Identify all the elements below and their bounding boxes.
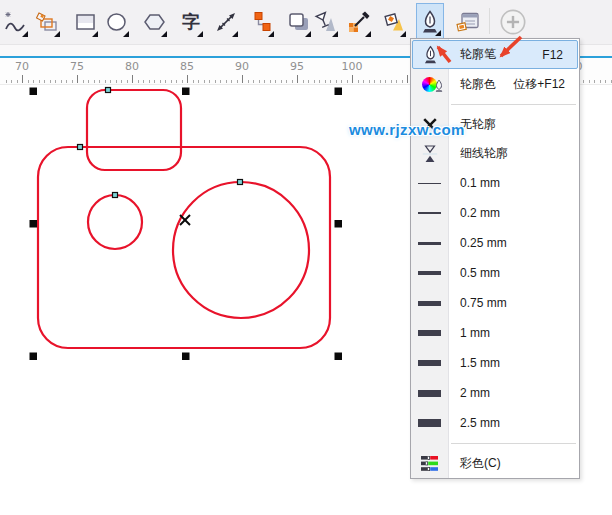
line-sample-icon xyxy=(411,330,448,336)
dimension-tool[interactable] xyxy=(212,3,240,40)
menu-item-w-0-75[interactable]: 0.75 mm xyxy=(411,288,579,318)
line-width-sample xyxy=(418,360,441,366)
transparency-icon xyxy=(314,10,338,34)
menu-item-outline-pen[interactable]: 轮廓笔F12 xyxy=(412,40,578,69)
fill-dialog-icon xyxy=(455,10,481,34)
camera-body[interactable] xyxy=(38,147,330,348)
fill-tool[interactable] xyxy=(380,3,408,40)
eyedropper-tool[interactable] xyxy=(345,3,373,40)
outline-flyout-menu: 轮廓笔F12轮廓色位移+F12无轮廓细线轮廓0.1 mm0.2 mm0.25 m… xyxy=(410,38,580,479)
menu-item-hairline[interactable]: 细线轮廓 xyxy=(411,139,579,168)
selection-handle[interactable] xyxy=(335,220,343,228)
menu-item-shortcut: 位移+F12 xyxy=(513,76,579,93)
selection-center-mark[interactable] xyxy=(180,215,190,225)
flyout-triangle-icon xyxy=(435,30,441,36)
selection-handle[interactable] xyxy=(30,88,38,96)
polygon-icon xyxy=(143,10,167,34)
menu-item-w-2-5[interactable]: 2.5 mm xyxy=(411,408,579,438)
line-sample-icon xyxy=(411,360,448,366)
flyout-triangle-icon xyxy=(92,31,98,37)
selection-handle[interactable] xyxy=(30,353,38,361)
menu-item-w-2[interactable]: 2 mm xyxy=(411,378,579,408)
menu-item-outline-color[interactable]: 轮廓色位移+F12 xyxy=(411,70,579,99)
menu-separator xyxy=(411,99,579,110)
connector-tool[interactable] xyxy=(248,3,276,40)
selection-handle[interactable] xyxy=(182,353,190,361)
text-tool[interactable]: 字 xyxy=(177,3,205,40)
flyout-triangle-icon xyxy=(22,31,28,37)
transparency-tool[interactable] xyxy=(312,3,340,40)
smart-fill-icon xyxy=(36,10,60,34)
line-sample-icon xyxy=(411,271,448,275)
flyout-triangle-icon xyxy=(123,31,129,37)
menu-item-label: 无轮廓 xyxy=(448,116,579,133)
camera-lens-large[interactable] xyxy=(173,182,309,318)
flyout-triangle-icon xyxy=(232,31,238,37)
drop-shadow-icon xyxy=(287,10,311,34)
selection-handle[interactable] xyxy=(30,220,38,228)
line-width-sample xyxy=(418,242,441,245)
selection-handle[interactable] xyxy=(335,353,343,361)
color-sliders-icon xyxy=(411,456,448,471)
menu-item-label: 0.2 mm xyxy=(448,206,579,220)
smart-fill-tool[interactable] xyxy=(34,3,62,40)
menu-item-label: 2 mm xyxy=(448,386,579,400)
ellipse-tool[interactable] xyxy=(103,3,131,40)
line-width-sample xyxy=(418,212,441,214)
line-width-sample xyxy=(418,301,441,306)
pen-nib-icon xyxy=(413,45,448,65)
line-sample-icon xyxy=(411,390,448,397)
menu-item-label: 彩色(C) xyxy=(448,455,579,472)
add-button[interactable] xyxy=(499,3,527,40)
freehand-icon xyxy=(4,10,28,34)
menu-item-label: 2.5 mm xyxy=(448,416,579,430)
line-sample-icon xyxy=(411,301,448,306)
curve-node[interactable] xyxy=(78,145,83,150)
selection-handle[interactable] xyxy=(335,88,343,96)
line-width-sample xyxy=(418,419,441,427)
flyout-triangle-icon xyxy=(197,31,203,37)
menu-item-w-0-25[interactable]: 0.25 mm xyxy=(411,228,579,258)
menu-item-w-0-1[interactable]: 0.1 mm xyxy=(411,168,579,198)
curve-node[interactable] xyxy=(106,88,111,93)
text-glyph: 字 xyxy=(182,13,200,31)
menu-item-label: 轮廓笔 xyxy=(448,46,542,63)
menu-item-w-0-5[interactable]: 0.5 mm xyxy=(411,258,579,288)
ellipse-icon xyxy=(105,10,129,34)
watermark: www.rjzxw.com xyxy=(349,121,465,138)
freehand-tool[interactable] xyxy=(2,3,30,40)
line-sample-icon xyxy=(411,242,448,245)
flyout-triangle-icon xyxy=(305,31,311,37)
selection-handle[interactable] xyxy=(182,88,190,96)
drop-shadow-tool[interactable] xyxy=(285,3,313,40)
line-width-sample xyxy=(418,183,441,184)
outline-pen-tool[interactable] xyxy=(416,3,444,40)
camera-viewfinder[interactable] xyxy=(87,90,181,170)
add-button-icon xyxy=(499,7,527,37)
camera-lens-small[interactable] xyxy=(88,195,142,249)
flyout-triangle-icon xyxy=(161,31,167,37)
toolbar-separator xyxy=(489,8,490,34)
flyout-triangle-icon xyxy=(54,31,60,37)
menu-item-label: 细线轮廓 xyxy=(448,145,579,162)
menu-item-color[interactable]: 彩色(C) xyxy=(411,449,579,478)
flyout-triangle-icon xyxy=(400,31,406,37)
curve-node[interactable] xyxy=(238,180,243,185)
menu-item-w-1-5[interactable]: 1.5 mm xyxy=(411,348,579,378)
connector-icon xyxy=(250,10,274,34)
rectangle-tool[interactable] xyxy=(72,3,100,40)
menu-item-label: 0.1 mm xyxy=(448,176,579,190)
menu-item-w-1[interactable]: 1 mm xyxy=(411,318,579,348)
flyout-triangle-icon xyxy=(332,31,338,37)
rectangle-icon xyxy=(74,10,98,34)
fill-dialog-tool[interactable] xyxy=(454,3,482,40)
curve-node[interactable] xyxy=(113,193,118,198)
menu-item-label: 1.5 mm xyxy=(448,356,579,370)
hairline-icon xyxy=(411,143,448,165)
line-width-sample xyxy=(418,390,441,397)
flyout-triangle-icon xyxy=(268,31,274,37)
line-sample-icon xyxy=(411,212,448,214)
polygon-tool[interactable] xyxy=(141,3,169,40)
eyedropper-icon xyxy=(347,10,371,34)
menu-item-w-0-2[interactable]: 0.2 mm xyxy=(411,198,579,228)
